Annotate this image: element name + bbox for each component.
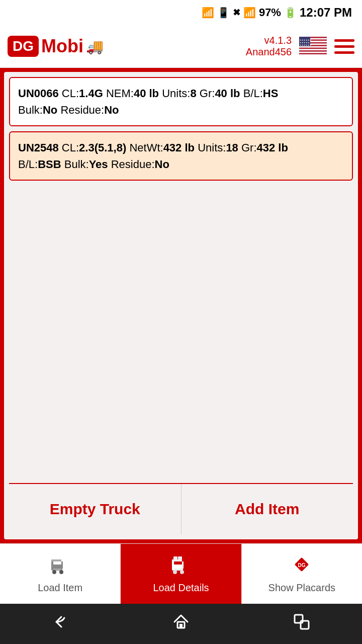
tab-show-placards[interactable]: DG Show Placards [242,544,362,604]
bulk-value-1: No [43,104,57,116]
logo-dg-text: DG [13,38,34,54]
signal-bars-icon: 📶 [243,7,256,19]
svg-rect-6 [299,51,327,53]
tab-bar: Load Item Load Details [0,543,362,604]
un-number-2: UN2548 [18,141,59,154]
cargo-item-2[interactable]: UN2548 CL:2.3(5.1,8) NetWt:432 lb Units:… [9,131,353,181]
svg-point-14 [52,570,56,574]
load-details-icon [171,554,191,579]
status-bar: 📶 📱 ✖ 📶 97% 🔋 12:07 PM [0,0,362,25]
units-label-1: Units: [162,87,190,100]
show-placards-icon: DG [292,554,312,579]
logo-truck-icon: 🚚 [86,38,104,55]
add-item-button[interactable]: Add Item [182,484,353,534]
load-item-icon [50,554,70,579]
svg-rect-25 [173,556,177,560]
status-icons: 📶 📱 ✖ 📶 97% 🔋 12:07 PM [202,6,352,20]
netwt-label-2: NetWt: [129,141,163,154]
battery-text: 97% [259,6,281,19]
svg-rect-5 [299,49,327,50]
wifi-icon: 📶 [202,7,214,19]
app-header: DG Mobi 🚚 v4.1.3 Anand456 ★★★★★★ ★★★★★ ★… [0,25,362,68]
gr-label-2: Gr: [241,141,257,154]
svg-rect-24 [182,561,184,569]
content-spacer [9,186,353,478]
tab-load-item-label: Load Item [38,582,82,594]
recent-apps-button[interactable] [293,613,311,635]
svg-text:DG: DG [298,562,306,568]
residue-label-2: Residue: [111,158,155,171]
tab-load-item[interactable]: Load Item [0,544,120,604]
hamburger-line-2 [334,45,354,48]
bl-value-1: HS [263,87,279,100]
battery-icon: 🔋 [284,7,297,19]
cl-label-1: CL: [62,87,79,100]
cargo-item-1[interactable]: UN0066 CL:1.4G NEM:40 lb Units:8 Gr:40 l… [9,77,353,126]
action-buttons-row: Empty Truck Add Item [9,483,353,534]
time-display: 12:07 PM [300,6,352,20]
signal-icon: ✖ [233,7,240,18]
units-value-1: 8 [190,87,196,100]
netwt-value-2: 432 lb [163,141,195,154]
bl-label-2: B/L: [18,158,38,171]
logo: DG Mobi 🚚 [8,36,104,57]
hamburger-line-3 [334,51,354,54]
svg-rect-4 [299,46,327,47]
svg-rect-13 [53,569,61,570]
items-container: UN0066 CL:1.4G NEM:40 lb Units:8 Gr:40 l… [4,72,358,539]
logo-mobi-text: Mobi [41,36,83,57]
back-button[interactable] [51,613,69,635]
residue-value-1: No [104,104,119,116]
svg-rect-30 [179,624,183,628]
gr-value-1: 40 lb [215,87,240,100]
sim-icon: 📱 [217,7,230,19]
home-button[interactable] [172,613,190,635]
cl-label-2: CL: [62,141,79,154]
svg-point-22 [180,570,184,574]
tab-load-details[interactable]: Load Details [121,544,241,604]
residue-label-1: Residue: [60,104,104,116]
version-info: v4.1.3 Anand456 [246,35,292,58]
nem-value-1: 40 lb [134,87,159,100]
flag-container: ★★★★★★ ★★★★★ ★★★★★★ [299,37,327,56]
gr-value-2: 432 lb [257,141,288,154]
gr-label-1: Gr: [200,87,215,100]
bulk-label-2: Bulk: [64,158,89,171]
version-text: v4.1.3 [264,35,292,46]
cl-value-1: 1.4G [79,87,103,100]
units-label-2: Units: [198,141,226,154]
svg-rect-20 [174,569,182,570]
bl-value-2: BSB [38,158,61,171]
bottom-nav [0,604,362,644]
logo-dg-box: DG [8,36,39,57]
units-value-2: 18 [226,141,238,154]
un-number-1: UN0066 [18,87,59,100]
tab-load-details-label: Load Details [153,582,209,594]
empty-truck-button[interactable]: Empty Truck [9,484,182,534]
svg-rect-16 [51,559,61,561]
main-content: UN0066 CL:1.4G NEM:40 lb Units:8 Gr:40 l… [0,68,362,543]
tab-show-placards-label: Show Placards [268,582,335,594]
bulk-value-2: Yes [89,158,108,171]
bulk-label-1: Bulk: [18,104,43,116]
residue-value-2: No [155,158,169,171]
user-text: Anand456 [246,46,292,58]
svg-rect-26 [178,556,182,560]
svg-point-15 [59,570,63,574]
svg-point-21 [173,570,177,574]
hamburger-menu[interactable] [334,39,354,54]
hamburger-line-1 [334,39,354,42]
cl-value-2: 2.3(5.1,8) [79,141,126,154]
svg-rect-17 [61,561,63,569]
bl-label-1: B/L: [243,87,263,100]
nem-label-1: NEM: [106,87,134,100]
svg-text:★★★★★★: ★★★★★★ [300,44,312,46]
logo-area: DG Mobi 🚚 [8,36,246,57]
us-flag-icon: ★★★★★★ ★★★★★ ★★★★★★ [299,37,327,54]
